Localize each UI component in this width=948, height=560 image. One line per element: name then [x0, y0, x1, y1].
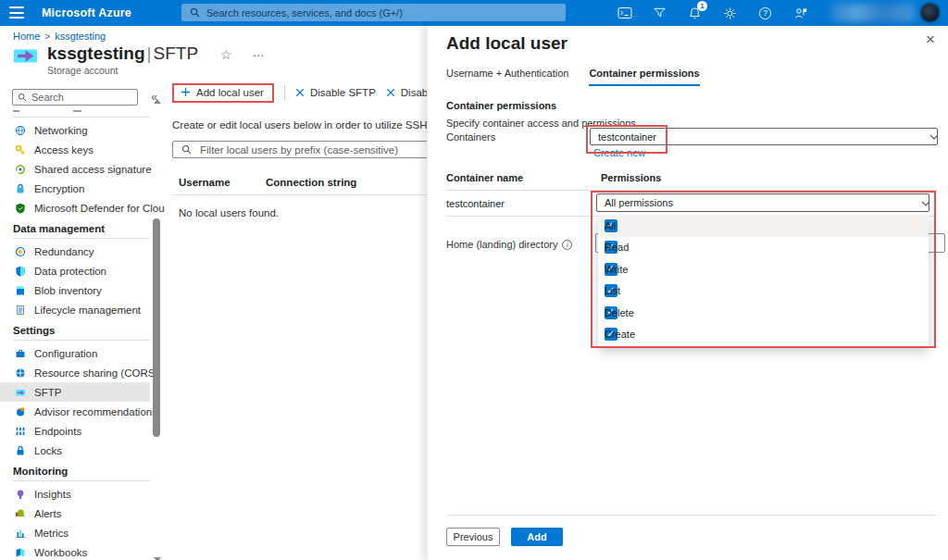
- permission-option-write[interactable]: Write: [598, 258, 929, 280]
- clipped-scrolled-item: [13, 108, 150, 113]
- home-directory-label: Home (landing) directory i: [446, 239, 572, 250]
- sidebar-item-encryption[interactable]: Encryption: [0, 179, 150, 198]
- tab-container-permissions[interactable]: Container permissions: [589, 68, 699, 86]
- permission-option-list[interactable]: List: [598, 280, 929, 303]
- cloud-shell-icon[interactable]: [617, 6, 632, 21]
- add-local-user-panel: Add local user × Username + Authenticati…: [427, 26, 948, 560]
- sidebar-item-workbooks[interactable]: Workbooks: [0, 542, 150, 560]
- sidebar-item-locks[interactable]: Locks: [0, 441, 150, 460]
- sidebar-group-monitoring: Monitoring: [13, 466, 150, 481]
- sidebar-item-data-protection[interactable]: Data protection: [0, 261, 150, 280]
- search-icon: [18, 93, 27, 102]
- key-icon: [15, 144, 26, 156]
- permission-label: Create: [605, 329, 635, 340]
- avatar[interactable]: [920, 3, 940, 22]
- sidebar-item-insights[interactable]: Insights: [0, 484, 150, 504]
- search-icon: [190, 7, 200, 18]
- permissions-dropdown[interactable]: All permissions: [596, 193, 929, 212]
- breadcrumb-current[interactable]: kssgtesting: [55, 31, 106, 42]
- sidebar-item-label: Resource sharing (CORS): [34, 367, 158, 379]
- plus-icon: [181, 87, 191, 97]
- command-label: Disable SFTP: [310, 87, 376, 98]
- breadcrumb-home[interactable]: Home: [13, 31, 40, 42]
- sidebar-item-networking[interactable]: Networking: [0, 120, 150, 140]
- scroll-up-icon[interactable]: [154, 99, 161, 104]
- alert-bell-icon: [15, 508, 26, 519]
- sidebar-item-label: Encryption: [34, 183, 84, 194]
- column-permissions: Permissions: [601, 172, 661, 183]
- sidebar-item-metrics[interactable]: Metrics: [0, 523, 150, 542]
- section-heading: Container permissions: [446, 100, 556, 111]
- sidebar-item-lifecycle-management[interactable]: Lifecycle management: [0, 300, 150, 319]
- panel-tabs: Username + Authentication Container perm…: [446, 68, 700, 86]
- tab-username-authentication[interactable]: Username + Authentication: [446, 68, 568, 86]
- permission-option-all[interactable]: All: [598, 215, 929, 237]
- feedback-icon[interactable]: [792, 6, 808, 21]
- sidebar-search-input[interactable]: Search: [12, 89, 138, 106]
- sidebar-scrollbar[interactable]: [152, 94, 163, 560]
- storage-account-icon: [13, 46, 38, 66]
- sidebar-item-label: Lifecycle management: [34, 305, 141, 316]
- help-icon[interactable]: ?: [757, 6, 773, 21]
- resource-type-label: Storage account: [47, 65, 198, 76]
- page-title-resource: kssgtesting: [47, 44, 145, 63]
- global-search-placeholder: Search resources, services, and docs (G+…: [206, 7, 403, 19]
- sidebar-item-label: Metrics: [34, 528, 69, 539]
- breadcrumb: Home > kssgtesting: [13, 31, 106, 42]
- permission-label: All: [605, 220, 616, 231]
- sidebar-item-access-keys[interactable]: Access keys: [0, 140, 150, 159]
- blob-box-icon: [15, 285, 26, 296]
- info-icon[interactable]: i: [562, 240, 572, 250]
- x-icon: [295, 88, 305, 97]
- sidebar-item-alerts[interactable]: Alerts: [0, 504, 150, 523]
- more-options-icon[interactable]: …: [253, 45, 266, 59]
- sidebar-item-shared-access-signature[interactable]: Shared access signature: [0, 159, 150, 179]
- section-divider: [13, 117, 150, 118]
- notifications-icon[interactable]: 1: [687, 6, 703, 21]
- disable-sftp-button[interactable]: Disable SFTP: [295, 87, 376, 98]
- sidebar-item-label: Advisor recommendations: [34, 406, 157, 417]
- favorite-star-icon[interactable]: ☆: [220, 47, 232, 62]
- create-new-link[interactable]: Create new: [593, 147, 645, 158]
- global-search-input[interactable]: Search resources, services, and docs (G+…: [181, 4, 566, 21]
- sidebar-item-label: Workbooks: [34, 547, 87, 558]
- shield-icon: [15, 266, 26, 277]
- settings-icon[interactable]: [722, 6, 738, 21]
- close-icon[interactable]: ×: [926, 31, 935, 47]
- scrollbar-thumb[interactable]: [153, 218, 160, 437]
- sidebar-item-blob-inventory[interactable]: Blob inventory: [0, 280, 150, 300]
- sidebar-item-label: Access keys: [34, 144, 94, 156]
- azure-brand[interactable]: Microsoft Azure: [42, 6, 131, 19]
- signature-icon: [15, 164, 26, 175]
- column-connection-string[interactable]: Connection string: [266, 177, 356, 188]
- permissions-dropdown-value: All permissions: [605, 197, 673, 208]
- sidebar-item-label: Configuration: [34, 348, 97, 359]
- sidebar-item-endpoints[interactable]: Endpoints: [0, 421, 150, 441]
- previous-button[interactable]: Previous: [446, 528, 500, 546]
- add-button[interactable]: Add: [511, 528, 563, 546]
- add-local-user-button[interactable]: Add local user: [181, 87, 264, 98]
- hamburger-menu-icon[interactable]: [9, 6, 24, 19]
- directory-filter-icon[interactable]: [652, 6, 667, 21]
- column-username[interactable]: Username: [179, 177, 266, 188]
- sidebar-item-cors[interactable]: Resource sharing (CORS): [0, 363, 150, 382]
- account-info-blurred[interactable]: [831, 4, 915, 22]
- bar-chart-icon: [15, 528, 26, 539]
- sidebar-item-defender[interactable]: Microsoft Defender for Cloud: [0, 198, 150, 218]
- sidebar-item-advisor-recommendations[interactable]: Advisor recommendations: [0, 402, 150, 421]
- advisor-icon: [15, 406, 26, 417]
- sidebar-item-label: SFTP: [34, 387, 61, 398]
- sidebar-item-sftp[interactable]: SFTP: [0, 382, 150, 402]
- command-label: Add local user: [196, 87, 264, 98]
- sidebar-item-redundancy[interactable]: Redundancy: [0, 242, 150, 261]
- sidebar-search-placeholder: Search: [31, 92, 64, 103]
- containers-dropdown[interactable]: testcontainer: [590, 128, 938, 145]
- permission-option-delete[interactable]: Delete: [598, 302, 929, 324]
- permission-option-create[interactable]: Create: [598, 324, 929, 346]
- permission-label: Read: [605, 242, 629, 253]
- lock-icon: [15, 183, 26, 194]
- sidebar-item-label: Shared access signature: [34, 164, 152, 175]
- sidebar-item-configuration[interactable]: Configuration: [0, 343, 150, 363]
- permission-option-read[interactable]: Read: [598, 237, 929, 259]
- footer-divider: [446, 515, 936, 516]
